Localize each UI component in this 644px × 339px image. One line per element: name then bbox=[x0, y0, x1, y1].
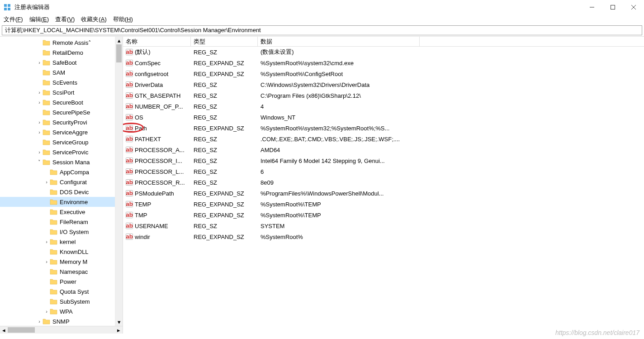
value-row[interactable]: abNUMBER_OF_P...REG_SZ4 bbox=[123, 101, 644, 112]
chevron-right-icon[interactable]: › bbox=[43, 259, 50, 264]
tree-item[interactable]: Executive bbox=[0, 207, 115, 217]
menu-fav[interactable]: 收藏夹(A) bbox=[81, 15, 106, 24]
tree-item[interactable]: Namespac bbox=[0, 267, 115, 277]
tree-item[interactable]: RetailDemo bbox=[0, 48, 115, 57]
tree-item[interactable]: ˅Session Mana bbox=[0, 157, 115, 167]
value-row[interactable]: abTMPREG_EXPAND_SZ%SystemRoot%\TEMP bbox=[123, 210, 644, 220]
chevron-right-icon[interactable]: › bbox=[36, 149, 43, 155]
value-row[interactable]: abPROCESSOR_R...REG_SZ8e09 bbox=[123, 177, 644, 188]
value-row[interactable]: abPROCESSOR_A...REG_SZAMD64 bbox=[123, 144, 644, 155]
value-row[interactable]: abOSREG_SZWindows_NT bbox=[123, 112, 644, 123]
tree-item[interactable]: ›SNMP bbox=[0, 316, 115, 326]
value-row[interactable]: abPSModulePathREG_EXPAND_SZ%ProgramFiles… bbox=[123, 188, 644, 199]
tree-item[interactable]: Environme bbox=[0, 197, 115, 207]
address-text: 计算机\HKEY_LOCAL_MACHINE\SYSTEM\ControlSet… bbox=[5, 26, 261, 34]
value-name-cell: abPROCESSOR_R... bbox=[123, 179, 191, 186]
value-name-cell: abTMP bbox=[123, 211, 191, 219]
scroll-thumb-h[interactable] bbox=[8, 327, 35, 333]
tree-item[interactable]: ›Memory M bbox=[0, 257, 115, 267]
tree-item[interactable]: FileRenam bbox=[0, 217, 115, 227]
scroll-right-icon[interactable]: ▸ bbox=[115, 326, 123, 334]
chevron-right-icon[interactable]: › bbox=[36, 100, 43, 105]
scroll-down-icon[interactable]: ▾ bbox=[115, 318, 123, 326]
tree-vertical-scrollbar[interactable]: ▴ ▾ bbox=[115, 37, 123, 326]
chevron-right-icon[interactable]: › bbox=[36, 60, 43, 65]
address-bar[interactable]: 计算机\HKEY_LOCAL_MACHINE\SYSTEM\ControlSet… bbox=[2, 25, 642, 35]
tree-item[interactable]: ›ServiceAggre bbox=[0, 127, 115, 137]
string-value-icon: ab bbox=[126, 48, 133, 56]
values-body[interactable]: ab(默认)REG_SZ(数值未设置)abComSpecREG_EXPAND_S… bbox=[123, 47, 644, 334]
column-data[interactable]: 数据 bbox=[258, 37, 420, 46]
column-name[interactable]: 名称 bbox=[123, 37, 191, 46]
watermark: https://blog.csdn.net/claire017 bbox=[555, 329, 639, 336]
tree-item[interactable]: ›SecurityProvi bbox=[0, 117, 115, 127]
tree-item-label: Remote Assis bbox=[52, 39, 88, 46]
tree-item[interactable]: DOS Devic bbox=[0, 187, 115, 197]
tree-item[interactable]: I/O System bbox=[0, 227, 115, 237]
value-row[interactable]: abPROCESSOR_I...REG_SZIntel64 Family 6 M… bbox=[123, 155, 644, 166]
value-row[interactable]: abDriverDataREG_SZC:\Windows\System32\Dr… bbox=[123, 79, 644, 90]
value-row[interactable]: abTEMPREG_EXPAND_SZ%SystemRoot%\TEMP bbox=[123, 199, 644, 210]
tree-item[interactable]: AppCompa bbox=[0, 167, 115, 177]
tree-item[interactable]: ›ScsiPort bbox=[0, 87, 115, 97]
value-row[interactable]: abPATHEXTREG_SZ.COM;.EXE;.BAT;.CMD;.VBS;… bbox=[123, 134, 644, 144]
tree-item[interactable]: ServiceGroup bbox=[0, 137, 115, 147]
value-row[interactable]: abUSERNAMEREG_SZSYSTEM bbox=[123, 220, 644, 231]
menubar: 文件(F) 编辑(E) 查看(V) 收藏夹(A) 帮助(H) bbox=[0, 14, 644, 24]
chevron-right-icon[interactable]: › bbox=[43, 179, 50, 185]
tree-item[interactable]: Remote Assis ˄ bbox=[0, 38, 115, 48]
tree-item[interactable]: ›SafeBoot bbox=[0, 57, 115, 67]
value-name-cell: abwindir bbox=[123, 233, 191, 240]
chevron-down-icon[interactable]: ˅ bbox=[36, 159, 43, 165]
tree-horizontal-scrollbar[interactable]: ◂ ▸ bbox=[0, 326, 123, 334]
value-row[interactable]: abPROCESSOR_L...REG_SZ6 bbox=[123, 166, 644, 177]
menu-file[interactable]: 文件(F) bbox=[4, 15, 23, 24]
tree-item[interactable]: ›SecureBoot bbox=[0, 97, 115, 107]
scroll-left-icon[interactable]: ◂ bbox=[0, 326, 8, 334]
scroll-up-icon[interactable]: ▴ bbox=[115, 37, 123, 44]
chevron-right-icon[interactable]: › bbox=[36, 129, 43, 135]
svg-text:ab: ab bbox=[126, 59, 133, 66]
tree-item[interactable]: KnownDLL bbox=[0, 247, 115, 257]
scroll-thumb-v[interactable] bbox=[116, 44, 122, 62]
value-row[interactable]: abGTK_BASEPATHREG_SZC:\Program Files (x8… bbox=[123, 90, 644, 101]
chevron-right-icon[interactable]: › bbox=[36, 119, 43, 125]
menu-help[interactable]: 帮助(H) bbox=[113, 15, 133, 24]
tree-item[interactable]: SecurePipeSe bbox=[0, 107, 115, 117]
tree-item[interactable]: ScEvents bbox=[0, 77, 115, 87]
value-row[interactable]: abComSpecREG_EXPAND_SZ%SystemRoot%\syste… bbox=[123, 57, 644, 68]
chevron-right-icon[interactable]: › bbox=[43, 309, 50, 314]
tree-item[interactable]: Quota Syst bbox=[0, 286, 115, 296]
tree-item[interactable]: SubSystem bbox=[0, 296, 115, 306]
folder-icon bbox=[50, 258, 58, 265]
maximize-button[interactable] bbox=[602, 0, 623, 14]
tree-item[interactable]: ›WPA bbox=[0, 306, 115, 316]
tree-item[interactable]: Power bbox=[0, 277, 115, 286]
tree-item-label: WPA bbox=[60, 308, 73, 315]
main-area: Remote Assis ˄RetailDemo›SafeBootSAMScEv… bbox=[0, 36, 644, 334]
chevron-right-icon[interactable]: › bbox=[36, 90, 43, 95]
value-row[interactable]: ab(默认)REG_SZ(数值未设置) bbox=[123, 47, 644, 57]
column-type[interactable]: 类型 bbox=[191, 37, 258, 46]
value-row[interactable]: abconfigsetrootREG_EXPAND_SZ%SystemRoot%… bbox=[123, 68, 644, 79]
tree-item[interactable]: ›ServiceProvic bbox=[0, 147, 115, 157]
value-row[interactable]: abPathREG_EXPAND_SZ%SystemRoot%\system32… bbox=[123, 123, 644, 134]
tree-item[interactable]: SAM bbox=[0, 67, 115, 77]
value-type: REG_SZ bbox=[191, 92, 258, 99]
chevron-right-icon[interactable]: › bbox=[36, 319, 43, 324]
menu-view[interactable]: 查看(V) bbox=[55, 15, 75, 24]
truncation-icon: ˄ bbox=[88, 39, 91, 46]
folder-icon bbox=[50, 208, 58, 215]
value-data: %SystemRoot%\TEMP bbox=[258, 212, 420, 219]
tree-content[interactable]: Remote Assis ˄RetailDemo›SafeBootSAMScEv… bbox=[0, 37, 115, 326]
tree-item[interactable]: ›kernel bbox=[0, 237, 115, 247]
chevron-right-icon[interactable]: › bbox=[43, 239, 50, 244]
tree-item[interactable]: ›Configurat bbox=[0, 177, 115, 187]
value-name: ComSpec bbox=[135, 60, 161, 67]
close-button[interactable] bbox=[623, 0, 644, 14]
svg-text:ab: ab bbox=[126, 168, 133, 175]
minimize-button[interactable] bbox=[582, 0, 602, 14]
value-row[interactable]: abwindirREG_EXPAND_SZ%SystemRoot% bbox=[123, 231, 644, 242]
svg-rect-2 bbox=[4, 8, 7, 10]
menu-edit[interactable]: 编辑(E) bbox=[29, 15, 49, 24]
